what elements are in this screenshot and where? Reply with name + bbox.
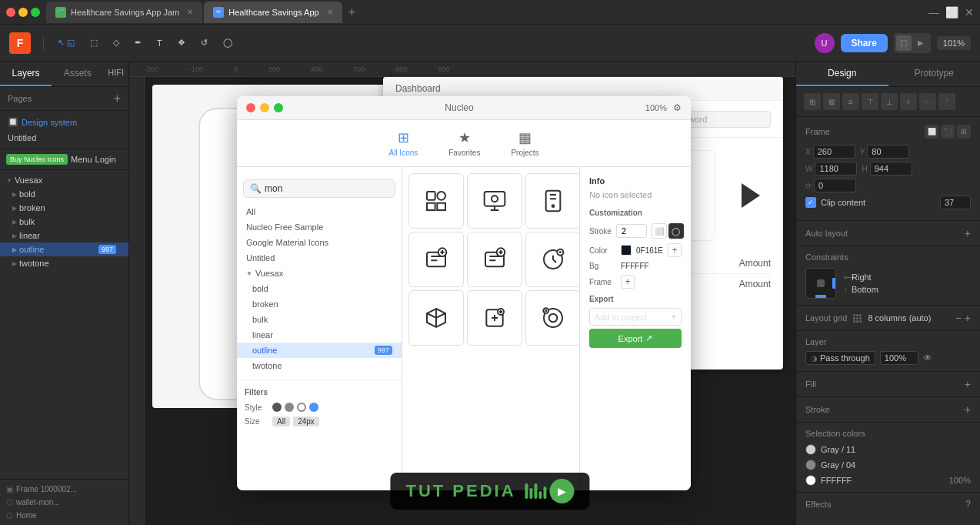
ns-item-nucleo-free[interactable]: Nucleo Free Sample (237, 219, 402, 235)
style-dot-filled[interactable] (272, 403, 282, 412)
browser-maximize-icon[interactable]: ⬜ (945, 6, 958, 18)
component-view-btn[interactable]: ⬚ (896, 35, 912, 51)
nav-all-icons[interactable]: ⊞ All Icons (382, 126, 424, 160)
w-input[interactable] (815, 162, 857, 176)
ns-item-broken[interactable]: broken (237, 296, 402, 312)
color-swatch-dark[interactable] (621, 245, 632, 256)
pen-tool-btn[interactable]: ✒ (130, 35, 146, 51)
layer-item-twotone[interactable]: ▶ twotone (0, 256, 128, 270)
page-design-system[interactable]: 🔲 Design system (0, 114, 128, 130)
tab-layers[interactable]: Layers (0, 62, 52, 86)
menu-link[interactable]: Menu (71, 155, 92, 164)
blend-mode-select[interactable]: ◑ Pass through (805, 351, 875, 365)
align-bottom-btn[interactable]: ⊦ (900, 93, 917, 110)
stroke-round-btn[interactable]: ◯ (668, 223, 684, 239)
browser-minimize-icon[interactable]: — (928, 6, 939, 18)
nucleo-max-btn[interactable] (274, 103, 283, 112)
icon-cell-13[interactable] (408, 290, 464, 346)
frame-responsive-btn[interactable]: ⊞ (957, 125, 971, 139)
browser-tab-1[interactable]: 🩺 Healthcare Savings App Jam ✕ (46, 2, 202, 23)
zoom-control[interactable]: 101% (937, 36, 971, 50)
frame-portrait-btn[interactable]: ⬜ (925, 125, 938, 139)
icon-cell-9[interactable] (525, 232, 579, 287)
layer-item-outline[interactable]: ▶ outline 997 (0, 242, 128, 256)
layer-item-bulk[interactable]: ▶ bulk (0, 215, 128, 229)
align-vcenter-btn[interactable]: ⊥ (881, 93, 898, 110)
r-input[interactable] (814, 179, 856, 192)
nucleo-search-input[interactable] (265, 183, 388, 194)
buy-nucleo-btn[interactable]: Buy Nucleo Icons (6, 154, 68, 165)
opacity-input[interactable] (880, 351, 918, 365)
shapes-tool-btn[interactable]: ◇ (108, 35, 124, 51)
clip-value-input[interactable] (940, 196, 971, 209)
h-input[interactable] (870, 162, 912, 176)
browser-close-icon[interactable]: ✕ (965, 6, 974, 18)
settings-icon[interactable]: ⚙ (673, 102, 682, 113)
layer-item-broken[interactable]: ▶ broken (0, 201, 128, 215)
icon-cell-2[interactable] (467, 173, 522, 229)
distribute-h-btn[interactable]: ⋯ (919, 93, 936, 110)
tab2-close[interactable]: ✕ (327, 8, 333, 16)
ns-item-vuesax[interactable]: ▼ Vuesax (237, 266, 402, 281)
size-all-label[interactable]: All (272, 416, 290, 426)
icon-cell-8[interactable] (467, 232, 522, 287)
preview-btn[interactable]: ▶ (913, 35, 928, 51)
align-left-btn[interactable]: ⊞ (804, 93, 821, 110)
window-max-btn[interactable] (31, 8, 40, 17)
align-right-btn[interactable]: ≡ (842, 93, 859, 110)
ns-item-bulk[interactable]: bulk (237, 312, 402, 327)
login-link[interactable]: Login (95, 155, 116, 164)
frame-tool-btn[interactable]: ⬚ (85, 35, 102, 51)
bottom-layer-frame[interactable]: ▣ Frame 1000002... (0, 483, 128, 496)
icon-cell-14[interactable] (467, 290, 522, 346)
ns-item-all[interactable]: All (237, 204, 402, 219)
add-tab-btn[interactable]: + (344, 5, 360, 19)
grid-subtract-btn[interactable]: − (955, 312, 962, 324)
distribute-v-btn[interactable]: ⋮ (938, 93, 955, 110)
pages-add-btn[interactable]: + (114, 92, 121, 105)
add-to-project-dropdown[interactable]: Add to project ▾ (589, 308, 682, 326)
stroke-square-btn[interactable]: ⬜ (652, 223, 667, 239)
effects-help-icon[interactable]: ? (965, 499, 971, 510)
size-value-label[interactable]: 24px (293, 416, 319, 426)
align-center-btn[interactable]: ⊠ (823, 93, 840, 110)
icon-cell-1[interactable] (408, 173, 464, 229)
window-close-btn[interactable] (6, 8, 15, 17)
style-dot-outline[interactable] (297, 403, 306, 412)
bottom-layer-wallet[interactable]: ⬡ wallet-mon... (0, 496, 128, 509)
window-min-btn[interactable] (18, 8, 28, 17)
layer-item-linear[interactable]: ▶ linear (0, 229, 128, 242)
icon-cell-7[interactable] (408, 232, 464, 287)
component-tool-btn[interactable]: ❖ (173, 35, 190, 51)
icon-cell-15[interactable] (525, 290, 579, 346)
layer-item-bold[interactable]: ▶ bold (0, 187, 128, 201)
style-dot-blue[interactable] (309, 403, 318, 412)
grid-add-btn[interactable]: + (965, 312, 971, 324)
frame-landscape-btn[interactable]: ⬛ (941, 125, 955, 139)
ns-item-outline[interactable]: outline 997 (237, 343, 402, 358)
layer-item-vuesax[interactable]: ▼ Vuesax (0, 173, 128, 187)
nav-projects[interactable]: ▦ Projects (505, 126, 545, 160)
prototype-tab[interactable]: Prototype (888, 62, 981, 86)
auto-layout-add-btn[interactable]: + (965, 227, 971, 239)
clip-checkbox[interactable]: ✓ (805, 197, 816, 208)
hand-tool-btn[interactable]: ↺ (196, 35, 212, 51)
bottom-layer-home[interactable]: ⬡ Home (0, 509, 128, 522)
play-button-icon[interactable]: ▶ (550, 479, 575, 503)
ns-item-linear[interactable]: linear (237, 327, 402, 343)
nucleo-min-btn[interactable] (260, 103, 269, 112)
add-color-btn[interactable]: + (668, 243, 682, 257)
y-input[interactable] (867, 145, 909, 159)
icon-cell-3[interactable] (525, 173, 579, 229)
export-button[interactable]: Export ↗ (589, 329, 682, 348)
stroke-input[interactable] (616, 224, 647, 238)
ns-item-untitled[interactable]: Untitled (237, 250, 402, 266)
share-button[interactable]: Share (841, 34, 888, 52)
page-untitled[interactable]: Untitled (0, 130, 128, 145)
visibility-icon[interactable]: 👁 (923, 353, 932, 363)
nav-favorites[interactable]: ★ Favorites (442, 126, 486, 160)
fill-add-btn[interactable]: + (965, 378, 971, 390)
ns-item-google[interactable]: Google Material Icons (237, 235, 402, 250)
tab-assets[interactable]: Assets (52, 62, 103, 86)
ns-item-bold[interactable]: bold (237, 281, 402, 296)
